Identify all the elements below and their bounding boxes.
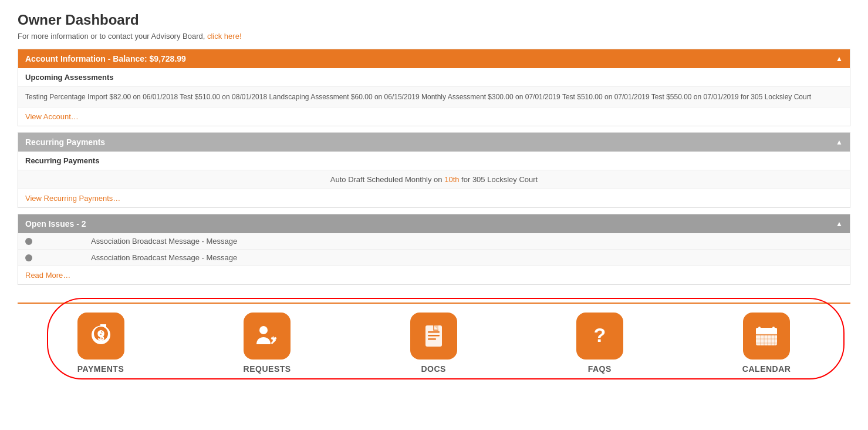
nav-item-docs[interactable]: DOCS	[410, 313, 457, 374]
svg-text:$: $	[97, 330, 104, 343]
question-icon: ?	[586, 322, 614, 350]
issues-link-row: Read More…	[18, 266, 850, 284]
calendar-label: CALENDAR	[742, 364, 791, 374]
view-account-link[interactable]: View Account…	[25, 112, 79, 121]
nav-item-requests[interactable]: REQUESTS	[244, 313, 291, 374]
account-link-row: View Account…	[18, 108, 850, 126]
svg-rect-10	[756, 331, 777, 334]
account-header-label: Account Information - Balance: $9,728.99	[25, 54, 186, 63]
view-recurring-link[interactable]: View Recurring Payments…	[25, 194, 120, 203]
requests-icon-box	[244, 313, 291, 360]
recurring-section-header[interactable]: Recurring Payments ▲	[18, 133, 850, 152]
svg-rect-5	[428, 335, 440, 337]
faqs-label: FAQS	[588, 364, 612, 374]
nav-item-payments[interactable]: $ PAYMENTS	[77, 313, 124, 374]
read-more-link[interactable]: Read More…	[25, 271, 70, 280]
account-subheader: Upcoming Assessments	[18, 68, 850, 87]
recurring-content: Auto Draft Scheduled Monthly on 10th for…	[18, 170, 850, 189]
advisory-board-link[interactable]: click here!	[207, 32, 242, 41]
dollar-icon: $	[87, 322, 115, 350]
bottom-nav: $ PAYMENTS REQUESTS	[18, 303, 850, 374]
recurring-section: Recurring Payments ▲ Recurring Payments …	[18, 132, 850, 208]
issues-section: Open Issues - 2 ▲ Association Broadcast …	[18, 214, 850, 285]
svg-rect-4	[428, 331, 440, 333]
recurring-collapse-arrow: ▲	[836, 138, 843, 146]
recurring-link-row: View Recurring Payments…	[18, 189, 850, 207]
svg-text:?: ?	[593, 324, 606, 346]
issue-dot-1	[25, 238, 32, 245]
issue-text-1: Association Broadcast Message - Message	[91, 237, 237, 246]
issues-section-body: Association Broadcast Message - Message …	[18, 233, 850, 284]
nav-item-faqs[interactable]: ? FAQS	[576, 313, 623, 374]
nav-item-calendar[interactable]: CALENDAR	[742, 313, 791, 374]
issues-collapse-arrow: ▲	[836, 220, 843, 228]
account-section-body: Upcoming Assessments Testing Percentage …	[18, 68, 850, 126]
svg-rect-12	[758, 327, 761, 330]
recurring-header-label: Recurring Payments	[25, 137, 105, 147]
calendar-icon	[752, 322, 781, 350]
account-collapse-arrow: ▲	[836, 55, 843, 63]
issue-text-2: Association Broadcast Message - Message	[91, 253, 237, 262]
account-section-header[interactable]: Account Information - Balance: $9,728.99…	[18, 49, 850, 68]
page-title: Owner Dashboard	[18, 12, 850, 28]
account-section: Account Information - Balance: $9,728.99…	[18, 49, 850, 126]
recurring-subheader: Recurring Payments	[18, 152, 850, 170]
issues-header-label: Open Issues - 2	[25, 219, 86, 229]
account-content: Testing Percentage Import $82.00 on 06/0…	[18, 87, 850, 108]
svg-rect-13	[772, 327, 775, 330]
requests-label: REQUESTS	[244, 364, 291, 374]
issue-row-1: Association Broadcast Message - Message	[18, 233, 850, 250]
issues-section-header[interactable]: Open Issues - 2 ▲	[18, 214, 850, 233]
recurring-highlight[interactable]: 10th	[444, 175, 459, 184]
calendar-icon-box	[743, 313, 790, 360]
docs-label: DOCS	[421, 364, 445, 374]
person-wrench-icon	[253, 322, 281, 350]
svg-rect-6	[428, 338, 436, 340]
payments-label: PAYMENTS	[77, 364, 124, 374]
faqs-icon-box: ?	[576, 313, 623, 360]
document-icon	[420, 322, 448, 350]
issue-dot-2	[25, 254, 32, 261]
docs-icon-box	[410, 313, 457, 360]
issue-row-2: Association Broadcast Message - Message	[18, 250, 850, 266]
recurring-section-body: Recurring Payments Auto Draft Scheduled …	[18, 152, 850, 207]
page-subtitle: For more information or to contact your …	[18, 32, 850, 41]
payments-icon-box: $	[77, 313, 124, 360]
svg-point-1	[259, 326, 268, 334]
